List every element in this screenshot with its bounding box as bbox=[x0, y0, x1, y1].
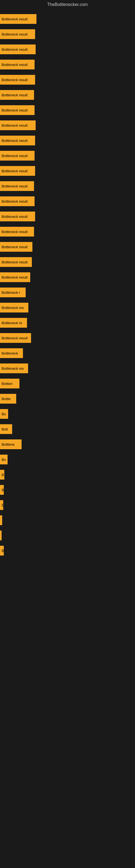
bar-label: Bottleneck result bbox=[2, 260, 28, 264]
bar-row: Bottleneck result bbox=[0, 42, 135, 56]
bar-label: Bottleneck result bbox=[2, 199, 28, 204]
bar-item: Bottleneck result bbox=[0, 272, 30, 282]
bar-item: Bottleneck re bbox=[0, 318, 27, 328]
bar-row: Bottle bbox=[0, 392, 135, 406]
bar-row: Bottleneck res bbox=[0, 361, 135, 375]
bar-item: Bottleneck result bbox=[0, 135, 35, 145]
bar-row: Bottleneck result bbox=[0, 240, 135, 254]
bar-label: Bottleneck result bbox=[2, 17, 28, 21]
bar-item: B bbox=[0, 546, 4, 556]
bar-label: Bottleneck result bbox=[2, 108, 28, 112]
bars-container: Bottleneck resultBottleneck resultBottle… bbox=[0, 9, 135, 561]
bar-row: B bbox=[0, 483, 135, 497]
bar-label: Bottleneck result bbox=[2, 275, 28, 279]
bar-label: B bbox=[2, 488, 4, 492]
bar-item: Bottlen bbox=[0, 379, 19, 389]
bar-item: Bottleneck result bbox=[0, 181, 34, 191]
bar-row: Bottleneck result bbox=[0, 88, 135, 102]
bar-row: Bottleneck result bbox=[0, 58, 135, 72]
bar-label: Bottleneck result bbox=[2, 78, 28, 82]
bar-label: Bottleneck result bbox=[2, 336, 28, 340]
bar-label: B bbox=[2, 549, 4, 553]
bar-label: Bottleneck result bbox=[2, 245, 28, 249]
bar-row: Bottleneck result bbox=[0, 133, 135, 148]
bar-label: Bottlene bbox=[2, 442, 14, 446]
bar-row: Bottleneck result bbox=[0, 225, 135, 239]
bar-item: Bottleneck result bbox=[0, 333, 31, 343]
site-header: TheBottlenecker.com bbox=[0, 0, 135, 9]
bar-label: Bottle bbox=[2, 397, 10, 401]
bar-item: Bott bbox=[0, 424, 12, 434]
bar-label: Bottleneck result bbox=[2, 63, 28, 67]
bar-label: Bo bbox=[2, 458, 6, 462]
bar-row bbox=[0, 528, 135, 542]
bar-item: Bottleneck result bbox=[0, 14, 37, 24]
bar-label: Bottleneck re bbox=[2, 321, 22, 325]
bar-row: Bottleneck result bbox=[0, 103, 135, 117]
bar-row: Bo bbox=[0, 453, 135, 467]
bar-row: Bottleneck result bbox=[0, 209, 135, 223]
bar-label: Bottleneck r bbox=[2, 290, 20, 294]
bar-item: B bbox=[0, 470, 4, 479]
bar-row: Bottleneck bbox=[0, 346, 135, 360]
bar-item bbox=[0, 531, 2, 540]
bar-item: Bottleneck result bbox=[0, 257, 32, 267]
bar-item: Bottleneck result bbox=[0, 44, 36, 54]
bar-label: Bottleneck result bbox=[2, 184, 28, 188]
bar-item: Bottlene bbox=[0, 439, 21, 449]
bar-item: Bottleneck result bbox=[0, 166, 35, 176]
bar-label: B bbox=[2, 503, 3, 507]
bar-label: Bott bbox=[2, 427, 8, 431]
bar-row: Bott bbox=[0, 422, 135, 436]
bar-item: Bottleneck result bbox=[0, 60, 35, 69]
bar-item: Bottleneck result bbox=[0, 90, 34, 100]
bar-row bbox=[0, 513, 135, 527]
bar-row: Bottleneck res bbox=[0, 301, 135, 315]
bar-row: Bottleneck r bbox=[0, 285, 135, 300]
bar-item: Bottleneck bbox=[0, 348, 23, 358]
site-title: TheBottlenecker.com bbox=[0, 0, 135, 9]
bar-row: B bbox=[0, 498, 135, 512]
bar-label: Bo bbox=[2, 412, 6, 416]
bar-item: Bottleneck r bbox=[0, 287, 26, 297]
bar-row: Bottleneck result bbox=[0, 164, 135, 178]
bar-label: Bottleneck result bbox=[2, 138, 28, 143]
bar-row: Bottlene bbox=[0, 437, 135, 452]
bar-item: Bottleneck result bbox=[0, 196, 35, 206]
bar-item: B bbox=[0, 500, 3, 510]
bar-label: Bottleneck res bbox=[2, 367, 24, 371]
bar-label: Bottlen bbox=[2, 382, 12, 386]
bar-item: B bbox=[0, 485, 4, 495]
bar-row: Bottleneck re bbox=[0, 316, 135, 330]
bar-row: Bottleneck result bbox=[0, 149, 135, 163]
bar-row: Bottleneck result bbox=[0, 73, 135, 87]
bar-item: Bo bbox=[0, 455, 8, 464]
bar-label: Bottleneck result bbox=[2, 123, 28, 127]
bar-label: Bottleneck result bbox=[2, 48, 28, 52]
bar-row: B bbox=[0, 468, 135, 482]
bar-label: Bottleneck result bbox=[2, 215, 28, 219]
bar-label: Bottleneck result bbox=[2, 32, 28, 36]
bar-label: B bbox=[2, 473, 4, 477]
bar-label: Bottleneck result bbox=[2, 154, 28, 158]
bar-item bbox=[0, 516, 2, 525]
bar-item: Bottleneck result bbox=[0, 227, 34, 237]
bar-row: Bottleneck result bbox=[0, 27, 135, 41]
bar-row: Bottleneck result bbox=[0, 255, 135, 269]
bar-label: Bottleneck result bbox=[2, 93, 28, 97]
bar-row: Bottleneck result bbox=[0, 194, 135, 208]
bar-item: Bottleneck res bbox=[0, 303, 28, 312]
bar-label: Bottleneck result bbox=[2, 169, 28, 173]
bar-item: Bottleneck result bbox=[0, 29, 35, 39]
bar-item: Bottleneck result bbox=[0, 120, 36, 130]
bar-label: Bottleneck res bbox=[2, 306, 24, 310]
bar-row: Bottlen bbox=[0, 376, 135, 391]
bar-row: Bottleneck result bbox=[0, 331, 135, 345]
bar-item: Bottleneck res bbox=[0, 364, 28, 373]
bar-label: Bottleneck result bbox=[2, 230, 28, 234]
bar-row: Bottleneck result bbox=[0, 179, 135, 193]
bar-item: Bo bbox=[0, 409, 8, 419]
bar-row: B bbox=[0, 544, 135, 558]
bar-label: Bottleneck bbox=[2, 351, 18, 355]
bar-row: Bottleneck result bbox=[0, 12, 135, 26]
